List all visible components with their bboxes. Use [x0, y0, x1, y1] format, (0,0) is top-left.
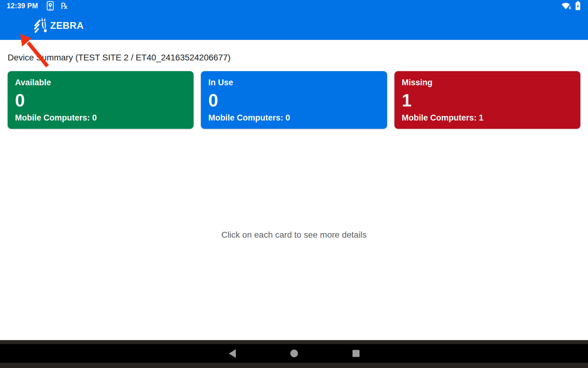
app-bar: ZEBRA	[0, 12, 588, 40]
summary-cards: Available 0 Mobile Computers: 0 In Use 0…	[8, 71, 580, 129]
svg-text:6: 6	[569, 6, 571, 10]
card-available[interactable]: Available 0 Mobile Computers: 0	[8, 71, 194, 129]
card-subtitle: Mobile Computers: 0	[208, 113, 379, 123]
menu-button[interactable]	[12, 20, 25, 32]
card-count: 0	[15, 91, 186, 109]
home-button[interactable]	[287, 346, 301, 361]
status-bar: 12:39 PM ℞ 6	[0, 0, 588, 12]
recents-button[interactable]	[349, 346, 363, 361]
zebra-logo-icon	[34, 17, 48, 35]
card-missing[interactable]: Missing 1 Mobile Computers: 1	[394, 71, 580, 129]
recents-icon	[352, 350, 360, 357]
nav-strip-bottom	[0, 363, 588, 368]
card-count: 0	[208, 91, 379, 109]
card-title: Available	[15, 78, 186, 87]
card-count: 1	[402, 91, 573, 109]
card-title: In Use	[208, 78, 379, 87]
back-icon	[229, 349, 236, 358]
card-title: Missing	[402, 78, 573, 87]
device-location-icon	[47, 1, 54, 11]
battery-charging-icon	[575, 1, 581, 10]
app-header: 12:39 PM ℞ 6	[0, 0, 588, 40]
hint-text: Click on each card to see more details	[0, 230, 588, 240]
zebra-logo: ZEBRA	[34, 17, 84, 35]
card-subtitle: Mobile Computers: 1	[402, 113, 573, 123]
status-right-icons: 6	[561, 0, 581, 12]
android-nav-bar	[0, 344, 588, 363]
card-subtitle: Mobile Computers: 0	[15, 113, 186, 123]
card-in-use[interactable]: In Use 0 Mobile Computers: 0	[201, 71, 387, 129]
back-button[interactable]	[225, 346, 239, 361]
wifi-icon: 6	[561, 2, 571, 10]
prescription-icon: ℞	[61, 2, 68, 10]
page-title: Device Summary (TEST SITE 2 / ET40_24163…	[8, 53, 231, 63]
home-icon	[290, 350, 298, 357]
status-time: 12:39 PM	[7, 2, 38, 10]
brand-wordmark: ZEBRA	[50, 20, 84, 31]
nav-strip-top	[0, 340, 588, 344]
